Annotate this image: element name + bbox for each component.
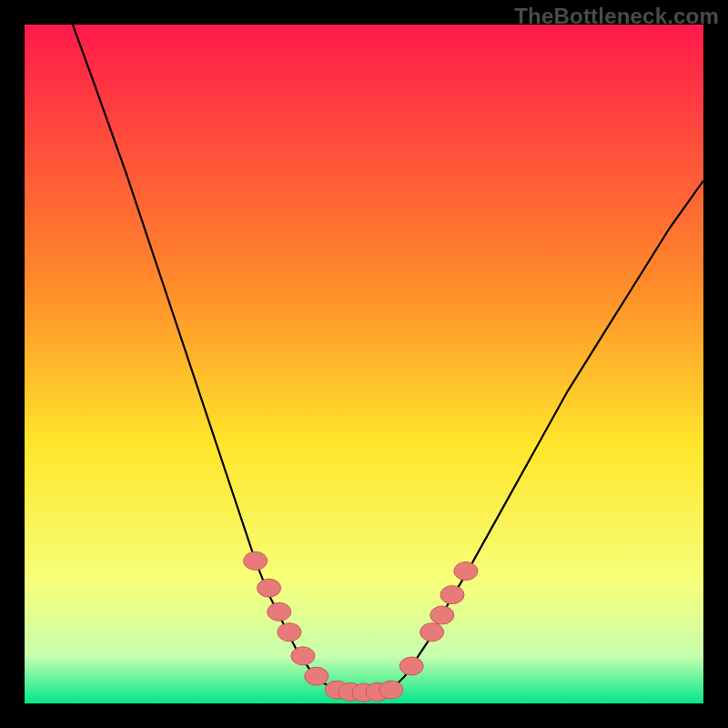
data-marker bbox=[291, 647, 315, 665]
data-marker bbox=[430, 606, 454, 624]
bottleneck-chart bbox=[25, 25, 703, 703]
data-marker bbox=[379, 681, 403, 699]
chart-frame bbox=[25, 25, 703, 703]
data-marker bbox=[305, 667, 329, 685]
data-marker bbox=[258, 579, 281, 597]
watermark-text: TheBottleneck.com bbox=[514, 4, 719, 29]
data-marker bbox=[244, 551, 268, 570]
data-marker bbox=[268, 602, 291, 621]
data-marker bbox=[278, 623, 301, 642]
data-marker bbox=[399, 657, 423, 675]
data-marker bbox=[420, 623, 444, 642]
data-marker bbox=[440, 586, 464, 604]
gradient-background bbox=[25, 25, 703, 703]
data-marker bbox=[454, 562, 478, 581]
